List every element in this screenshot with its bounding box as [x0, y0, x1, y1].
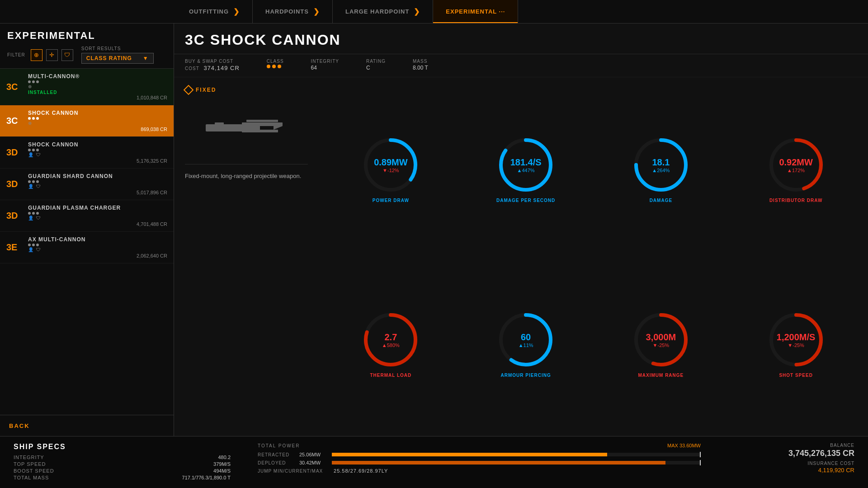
item-name: SHOCK CANNON	[28, 141, 167, 148]
dot	[36, 212, 39, 215]
item-details: AX MULTI-CANNON 👤 🛡 2,062,640 CR	[28, 236, 167, 258]
spec-row: TOP SPEED 379M/S	[14, 461, 231, 467]
item-left: FIXED	[174, 77, 319, 436]
crosshair-icon: ⊕	[28, 121, 32, 126]
integrity-label: INTEGRITY	[311, 59, 339, 64]
stat-change: ▲264%	[652, 168, 670, 173]
shield-icon: 🛡	[36, 152, 41, 157]
item-price: 5,176,325 CR	[28, 158, 167, 164]
stat-inner: 1,200M/S ▼-25%	[777, 332, 816, 348]
stat-value: 181.4/S	[510, 157, 542, 168]
spec-row: INTEGRITY 480.2	[14, 455, 231, 460]
ship-specs-title: SHIP SPECS	[14, 443, 231, 451]
list-item[interactable]: 3E AX MULTI-CANNON 👤 🛡 2,062,640 CR	[0, 232, 174, 263]
item-icons: 👤 🛡	[28, 247, 167, 252]
stat-value: 0.89MW	[374, 157, 407, 168]
stat-change: ▲172%	[779, 168, 812, 173]
tab-hardpoints[interactable]: HARDPOINTS ❯	[253, 0, 333, 23]
stat-label: POWER DRAW	[373, 198, 409, 203]
crosshair-icon: ⊕	[28, 84, 32, 89]
item-name: GUARDIAN PLASMA CHARGER	[28, 205, 167, 211]
dot	[32, 180, 35, 183]
stat-inner: 2.7 ▲580%	[382, 332, 400, 348]
class-label: CLASS	[267, 59, 284, 64]
content-area: EXPERIMENTAL FILTER ⊕ ✛ 🛡 SORT RESULTS C…	[0, 23, 868, 436]
item-name: GUARDIAN SHARD CANNON	[28, 173, 167, 179]
item-name: AX MULTI-CANNON	[28, 236, 167, 243]
filter-icon-crosshair[interactable]: ✛	[46, 49, 58, 61]
rating-label: RATING	[366, 59, 386, 64]
nav-arrow-3: ❯	[414, 7, 420, 16]
sort-dropdown[interactable]: CLASS RATING ▼	[81, 53, 154, 64]
item-dots	[28, 180, 167, 183]
stat-change: ▲11%	[519, 343, 533, 348]
dot	[32, 149, 35, 151]
list-item[interactable]: 3C SHOCK CANNON ⊕ 869,038 CR	[0, 105, 174, 137]
stat-power-draw: 0.89MW ▼-12% POWER DRAW	[328, 86, 454, 252]
dot	[28, 212, 31, 215]
item-icons: 👤 🛡	[28, 184, 167, 189]
meta-rating: RATING C	[366, 59, 386, 72]
meta-class: CLASS	[267, 59, 284, 72]
stat-circle: 2.7 ▲580%	[361, 310, 420, 369]
dot	[28, 149, 31, 151]
power-row-retracted: RETRACTED 25.06MW	[258, 452, 701, 457]
bottom-bar: SHIP SPECS INTEGRITY 480.2 TOP SPEED 379…	[0, 436, 868, 488]
svg-rect-4	[210, 128, 224, 131]
dot	[28, 244, 31, 246]
stat-damage-per-second: 181.4/S ▲447% DAMAGE PER SECOND	[463, 86, 589, 252]
svg-rect-5	[246, 120, 278, 122]
stat-circle: 18.1 ▲264%	[632, 136, 690, 194]
list-item[interactable]: 3D GUARDIAN PLASMA CHARGER 👤 🛡 4,701,4	[0, 200, 174, 232]
item-icons: 👤 🛡	[28, 152, 167, 157]
item-price: 5,017,896 CR	[28, 190, 167, 195]
list-item[interactable]: 3D SHOCK CANNON 👤 🛡 5,176,325 CR	[0, 137, 174, 169]
item-details: SHOCK CANNON ⊕ 869,038 CR	[28, 110, 167, 132]
weapon-image	[201, 105, 292, 150]
stat-label: ARMOUR PIERCING	[501, 373, 551, 378]
stats-grid: 0.89MW ▼-12% POWER DRAW	[319, 77, 868, 436]
class-dot	[267, 65, 270, 68]
item-dots	[28, 80, 167, 83]
tab-experimental[interactable]: EXPERIMENTAL ···	[433, 0, 518, 23]
power-section: TOTAL POWER MAX 33.60MW RETRACTED 25.06M…	[258, 443, 701, 474]
item-details: MULTI-CANNON® ⊕ INSTALLED 1,010,848 CR	[28, 73, 167, 100]
nav-arrow-2: ❯	[313, 7, 320, 16]
power-bar-deployed	[332, 461, 665, 465]
spec-value: 480.2	[218, 455, 231, 460]
list-item[interactable]: 3D GUARDIAN SHARD CANNON 👤 🛡 5,017,896	[0, 169, 174, 200]
person-icon: 👤	[28, 152, 33, 157]
stat-circle: 3,000M ▼-25%	[632, 310, 690, 369]
back-button[interactable]: BACK	[0, 415, 174, 436]
nav-arrow-1: ❯	[233, 7, 240, 16]
dot	[28, 80, 31, 83]
stat-inner: 60 ▲11%	[519, 332, 533, 348]
spec-label: TOTAL MASS	[14, 475, 49, 480]
item-name: MULTI-CANNON®	[28, 73, 167, 80]
tab-outfitting[interactable]: OUTFITTING ❯	[176, 0, 253, 23]
stat-circle: 1,200M/S ▼-25%	[767, 310, 826, 369]
meta-buy-cost: BUY & SWAP COST COST 374,149 CR	[185, 59, 240, 72]
ship-specs: SHIP SPECS INTEGRITY 480.2 TOP SPEED 379…	[14, 443, 231, 482]
item-dots	[28, 117, 167, 120]
meta-integrity: INTEGRITY 64	[311, 59, 339, 72]
stat-damage: 18.1 ▲264% DAMAGE	[598, 86, 724, 252]
filter-icon-shield[interactable]: 🛡	[61, 49, 73, 61]
person-icon: 👤	[28, 184, 33, 189]
tab-large-hardpoint[interactable]: LARGE HARDPOINT ❯	[333, 0, 433, 23]
power-bar-container	[332, 453, 701, 456]
mass-value: 8.00 T	[413, 65, 428, 71]
stat-inner: 3,000M ▼-25%	[646, 332, 676, 348]
sidebar: EXPERIMENTAL FILTER ⊕ ✛ 🛡 SORT RESULTS C…	[0, 23, 174, 436]
filter-icon-target[interactable]: ⊕	[31, 49, 42, 61]
dot	[28, 180, 31, 183]
sort-label: SORT RESULTS	[81, 46, 154, 51]
balance-section: BALANCE 3,745,276,135 CR INSURANCE COST …	[728, 443, 854, 474]
power-header: TOTAL POWER MAX 33.60MW	[258, 443, 701, 448]
item-content: FIXED	[174, 77, 868, 436]
stat-value: 1,200M/S	[777, 332, 816, 343]
stat-label: DISTRIBUTOR DRAW	[769, 198, 822, 203]
stat-shot-speed: 1,200M/S ▼-25% SHOT SPEED	[733, 261, 859, 427]
list-item[interactable]: 3C MULTI-CANNON® ⊕ INSTALLED 1,010,848 C…	[0, 69, 174, 105]
shield-icon: 🛡	[36, 247, 41, 252]
